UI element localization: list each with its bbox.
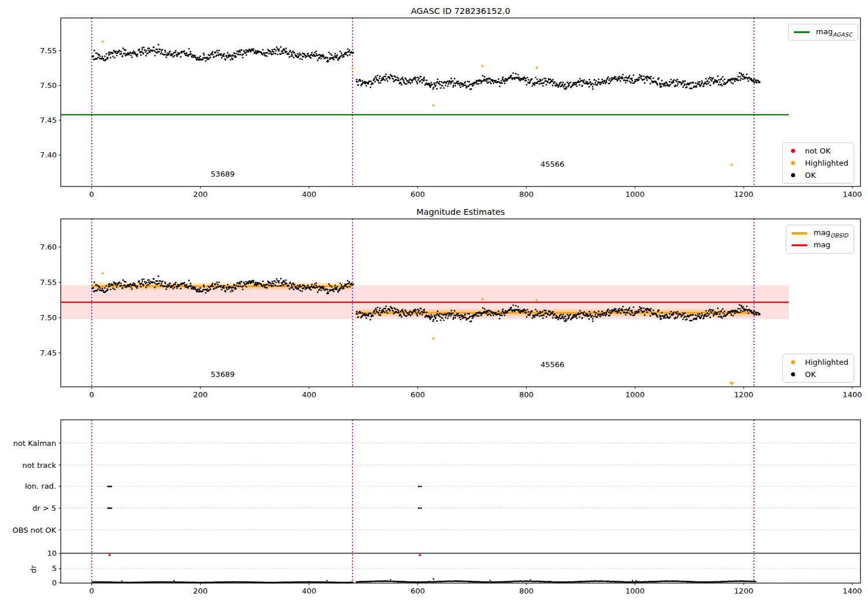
data-point (420, 312, 421, 314)
data-point (425, 82, 427, 84)
data-point (304, 53, 306, 55)
data-point (567, 82, 568, 83)
data-point (149, 283, 151, 284)
y-tick-label: 7.45 (40, 349, 57, 357)
data-point (126, 54, 128, 56)
data-point (711, 309, 712, 311)
data-point (280, 278, 282, 280)
data-point (290, 52, 292, 53)
data-point (385, 306, 387, 307)
data-point (226, 56, 227, 57)
data-point (588, 83, 590, 85)
data-point (415, 311, 417, 313)
data-point (722, 308, 724, 310)
data-point (97, 53, 98, 54)
data-point (120, 283, 122, 284)
y-tick-label: 7.55 (40, 278, 57, 287)
data-point (407, 80, 409, 82)
flag-point (418, 485, 420, 487)
data-point (216, 54, 218, 56)
data-point (686, 318, 688, 320)
data-point (504, 314, 506, 316)
data-point (281, 53, 283, 54)
data-point (112, 56, 114, 57)
data-point (400, 314, 402, 316)
data-point (142, 49, 144, 51)
data-point (746, 76, 748, 78)
data-point (530, 579, 531, 580)
x-tick-label: 0 (89, 390, 94, 399)
data-point (395, 308, 396, 310)
data-point (374, 81, 376, 83)
data-point (159, 51, 160, 53)
data-point (454, 310, 455, 312)
data-point (542, 79, 543, 80)
data-point (200, 287, 201, 289)
y-tick-label: 7.55 (40, 46, 57, 55)
data-point (549, 310, 551, 312)
data-point (719, 313, 720, 315)
data-point (186, 284, 187, 285)
data-point (227, 52, 229, 54)
data-point (594, 82, 596, 84)
data-point (310, 289, 312, 291)
data-point (328, 61, 329, 63)
data-point (624, 77, 626, 79)
data-point (153, 278, 155, 280)
data-point (327, 57, 329, 59)
data-point (723, 82, 725, 84)
data-point (225, 291, 226, 292)
data-point (605, 315, 606, 317)
data-point (362, 83, 363, 85)
data-point (449, 313, 451, 314)
data-point (609, 315, 610, 317)
data-point (314, 283, 316, 285)
data-point (244, 283, 245, 284)
data-point (499, 318, 501, 320)
data-point (266, 287, 268, 289)
data-point (205, 292, 207, 294)
data-point (759, 82, 761, 83)
y-tick-label: 7.50 (40, 81, 57, 90)
data-point (730, 314, 732, 316)
data-point (646, 78, 648, 79)
data-point (337, 290, 339, 292)
data-point (514, 310, 516, 312)
data-point (334, 55, 336, 57)
data-point (176, 287, 178, 289)
data-point (695, 314, 697, 316)
data-point (558, 85, 560, 87)
data-point (649, 76, 650, 78)
data-point (104, 56, 106, 57)
data-point (227, 284, 229, 285)
data-point (638, 77, 639, 79)
data-point (174, 55, 175, 57)
data-point (529, 313, 531, 314)
data-point (705, 310, 707, 312)
data-point (552, 317, 554, 319)
data-point (670, 84, 671, 86)
data-point (346, 52, 348, 53)
data-point (382, 77, 384, 79)
data-point (112, 288, 114, 290)
data-point (148, 47, 150, 49)
data-point (401, 84, 403, 86)
data-point (731, 79, 733, 80)
data-point (629, 313, 631, 314)
data-point (742, 75, 744, 77)
data-point (433, 314, 435, 316)
data-point (391, 307, 393, 309)
data-point (297, 53, 299, 55)
data-point (732, 83, 734, 85)
data-point (216, 286, 218, 288)
data-point (393, 80, 395, 82)
y-tick-label: 7.50 (40, 313, 57, 322)
data-point (112, 284, 114, 286)
data-point (605, 312, 607, 313)
data-point (121, 580, 122, 581)
data-point (711, 312, 712, 314)
data-point (217, 52, 219, 54)
data-point (582, 317, 583, 318)
data-point (641, 310, 642, 312)
data-point (300, 54, 302, 56)
